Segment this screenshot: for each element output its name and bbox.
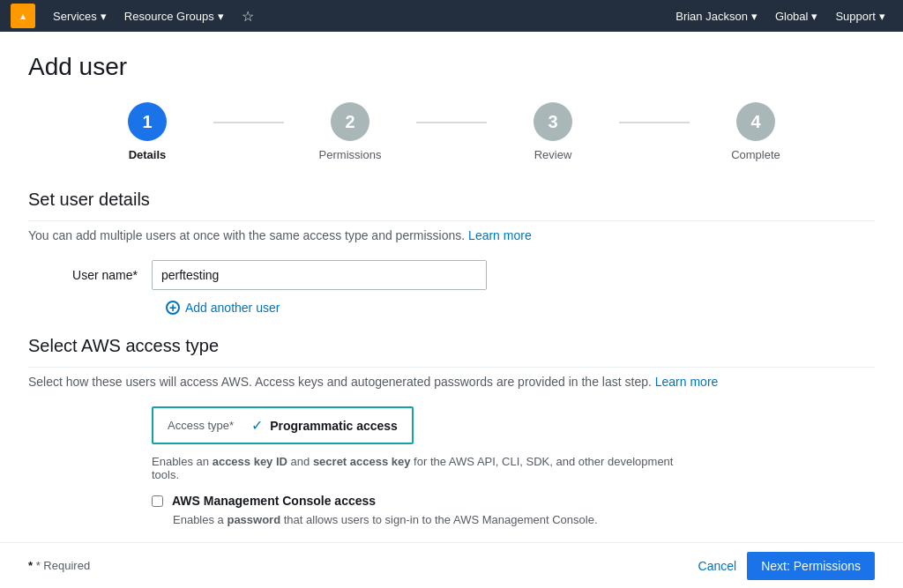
- add-icon: +: [166, 301, 180, 315]
- wizard-steps: 1 Details 2 Permissions 3 Review 4 Compl…: [81, 102, 822, 161]
- wizard-step-1: 1 Details: [81, 102, 213, 161]
- step-3-label: Review: [534, 148, 572, 161]
- user-chevron-icon: ▾: [751, 10, 757, 23]
- step-4-label: Complete: [731, 148, 780, 161]
- username-row: User name*: [28, 260, 875, 290]
- nav-right: Brian Jackson ▾ Global ▾ Support ▾: [668, 6, 892, 26]
- console-access-label: AWS Management Console access: [172, 494, 376, 508]
- step-4-circle: 4: [736, 102, 775, 141]
- user-details-section: Set user details You can add multiple us…: [28, 190, 875, 315]
- main-content: Add user 1 Details 2 Permissions 3 Revie…: [0, 32, 903, 588]
- programmatic-desc: Enables an access key ID and secret acce…: [152, 455, 681, 481]
- support-menu[interactable]: Support ▾: [828, 6, 892, 26]
- step-1-circle: 1: [128, 102, 167, 141]
- learn-more-link-1[interactable]: Learn more: [468, 228, 532, 242]
- services-label: Services: [53, 10, 97, 23]
- region-chevron-icon: ▾: [811, 10, 817, 23]
- username-label: User name*: [28, 268, 152, 282]
- connector-3-4: [619, 122, 690, 123]
- step-2-label: Permissions: [319, 148, 382, 161]
- console-access-checkbox[interactable]: [152, 495, 163, 507]
- console-desc: Enables a password that allows users to …: [173, 513, 667, 526]
- step-1-label: Details: [129, 148, 167, 161]
- wizard-step-3: 3 Review: [487, 102, 619, 161]
- user-details-desc: You can add multiple users at once with …: [28, 228, 875, 242]
- access-type-box-label: Access type*: [168, 419, 234, 432]
- user-name: Brian Jackson: [675, 10, 748, 23]
- wizard-step-2: 2 Permissions: [284, 102, 416, 161]
- next-permissions-button[interactable]: Next: Permissions: [747, 552, 875, 580]
- access-type-section: Select AWS access type Select how these …: [28, 336, 875, 526]
- cancel-button[interactable]: Cancel: [698, 559, 737, 573]
- step-3-circle: 3: [534, 102, 572, 141]
- region-menu[interactable]: Global ▾: [768, 6, 825, 26]
- footer-actions: Cancel Next: Permissions: [698, 552, 875, 580]
- user-details-title: Set user details: [28, 190, 875, 221]
- resource-groups-label: Resource Groups: [124, 10, 214, 23]
- aws-logo: ▲: [11, 4, 35, 28]
- connector-2-3: [416, 122, 487, 123]
- wizard: 1 Details 2 Permissions 3 Review 4 Compl…: [28, 102, 875, 161]
- add-user-row: + Add another user: [166, 301, 875, 315]
- console-checkbox-row: AWS Management Console access: [152, 494, 875, 508]
- required-label: * * Required: [28, 559, 90, 572]
- add-another-user-button[interactable]: + Add another user: [166, 301, 280, 315]
- navbar: ▲ Services ▾ Resource Groups ▾ ☆ Brian J…: [0, 0, 903, 32]
- access-type-desc: Select how these users will access AWS. …: [28, 375, 875, 389]
- programmatic-access-label: Programmatic access: [270, 419, 398, 433]
- username-input[interactable]: [152, 260, 487, 290]
- page-title: Add user: [28, 53, 875, 81]
- access-type-title: Select AWS access type: [28, 336, 875, 368]
- access-type-box: Access type* ✓ Programmatic access: [152, 406, 414, 444]
- resource-groups-menu[interactable]: Resource Groups ▾: [117, 6, 231, 26]
- support-label: Support: [835, 10, 876, 23]
- favorites-icon[interactable]: ☆: [235, 4, 261, 28]
- footer: * * Required Cancel Next: Permissions: [0, 542, 903, 588]
- add-user-label: Add another user: [185, 301, 280, 315]
- programmatic-checkmark-icon: ✓: [251, 417, 263, 434]
- svg-text:▲: ▲: [19, 11, 27, 21]
- services-chevron-icon: ▾: [101, 10, 107, 23]
- wizard-step-4: 4 Complete: [690, 102, 822, 161]
- step-2-circle: 2: [331, 102, 369, 141]
- console-access-group: AWS Management Console access: [152, 494, 875, 508]
- learn-more-link-2[interactable]: Learn more: [655, 375, 719, 389]
- resource-groups-chevron-icon: ▾: [218, 10, 224, 23]
- support-chevron-icon: ▾: [879, 10, 885, 23]
- user-menu[interactable]: Brian Jackson ▾: [668, 6, 765, 26]
- connector-1-2: [213, 122, 284, 123]
- region-label: Global: [775, 10, 809, 23]
- services-menu[interactable]: Services ▾: [46, 6, 114, 26]
